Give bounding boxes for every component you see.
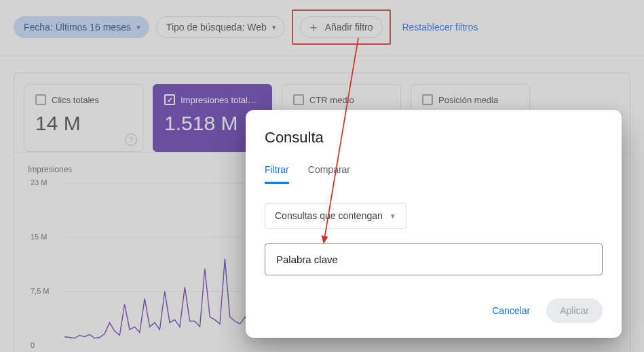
dialog-actions: Cancelar Aplicar: [265, 298, 603, 323]
cancel-button[interactable]: Cancelar: [481, 298, 541, 323]
keyword-input[interactable]: [265, 243, 603, 275]
dialog-tabs: Filtrar Comparar: [265, 164, 603, 184]
query-filter-dialog: Consulta Filtrar Comparar Consultas que …: [246, 110, 622, 338]
dialog-title: Consulta: [265, 129, 603, 146]
select-label: Consultas que contengan: [275, 210, 383, 221]
apply-button[interactable]: Aplicar: [546, 298, 603, 323]
tab-filter[interactable]: Filtrar: [265, 164, 289, 184]
tab-compare[interactable]: Comparar: [308, 164, 350, 184]
chevron-down-icon: ▼: [390, 212, 396, 220]
query-match-select[interactable]: Consultas que contengan ▼: [265, 203, 406, 229]
